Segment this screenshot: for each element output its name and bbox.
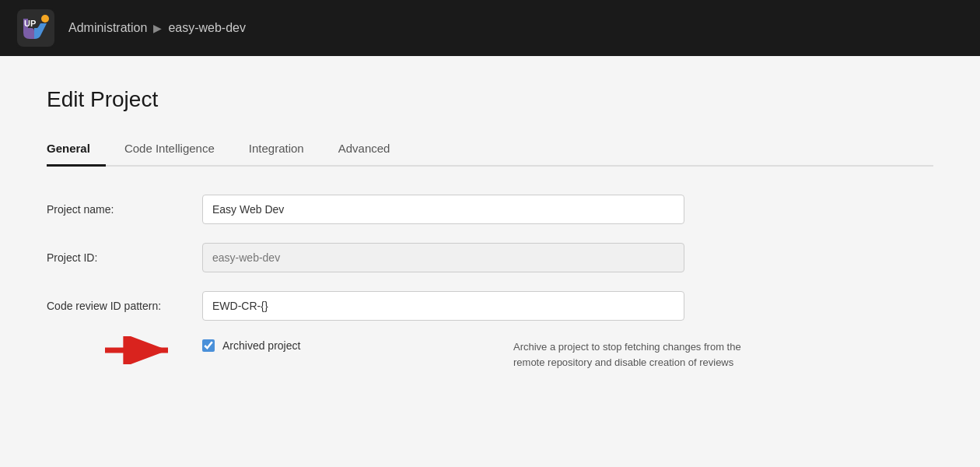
project-id-row: Project ID: [47,243,747,272]
code-review-row: Code review ID pattern: [47,291,747,321]
archived-checkbox-wrapper[interactable]: Archived project [202,339,300,352]
topbar: UP Administration ▶ easy-web-dev [0,0,980,56]
page-title: Edit Project [47,87,933,112]
code-review-input[interactable] [202,291,684,321]
tab-general[interactable]: General [47,134,106,167]
tab-code-intelligence[interactable]: Code Intelligence [124,134,230,167]
tab-integration[interactable]: Integration [249,134,320,167]
project-name-label: Project name: [47,203,202,216]
archive-help-text: Archive a project to stop fetching chang… [513,339,747,370]
svg-point-1 [41,15,49,23]
archive-row: Archived project Archive a project to st… [47,339,747,370]
breadcrumb-separator: ▶ [153,22,162,34]
archived-label: Archived project [222,339,300,352]
breadcrumb: Administration ▶ easy-web-dev [68,21,246,35]
project-name-input[interactable] [202,195,684,224]
breadcrumb-admin[interactable]: Administration [68,21,147,35]
form-area: Project name: Project ID: Code review ID… [47,195,747,370]
tab-advanced[interactable]: Advanced [338,134,406,167]
code-review-label: Code review ID pattern: [47,300,202,312]
breadcrumb-project[interactable]: easy-web-dev [168,21,246,35]
tabs-container: General Code Intelligence Integration Ad… [47,134,933,167]
archive-checkbox-area: Archived project [202,339,467,352]
project-id-label: Project ID: [47,251,202,264]
project-name-row: Project name: [47,195,747,224]
archived-checkbox[interactable] [202,339,215,352]
pointing-arrow-icon [101,336,179,364]
project-id-input[interactable] [202,243,684,272]
logo: UP [16,8,56,48]
svg-text:UP: UP [24,19,36,28]
main-content: Edit Project General Code Intelligence I… [0,56,980,467]
arrow-container [101,336,179,367]
logo-icon: UP [17,9,54,47]
